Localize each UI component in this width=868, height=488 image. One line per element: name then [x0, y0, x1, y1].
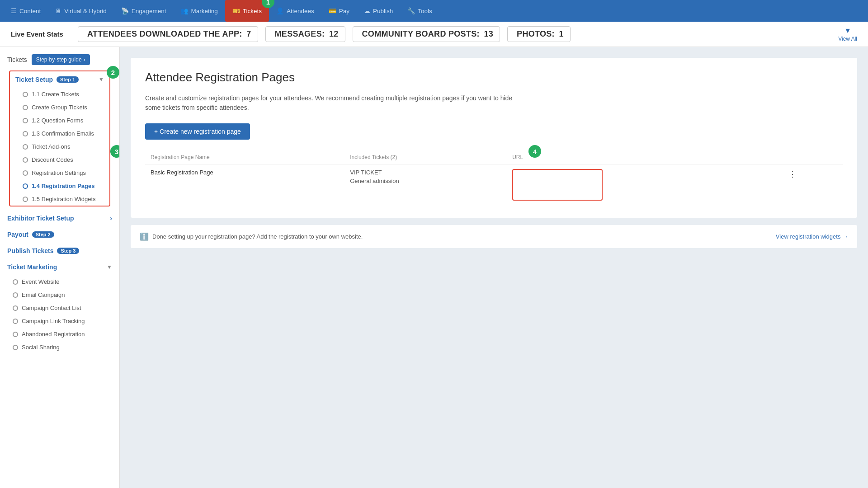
row-tickets: VIP TICKET General admission — [344, 164, 507, 206]
sidebar-item-event-website[interactable]: Event Website — [0, 275, 119, 288]
step-1-tag: Step 1 — [57, 76, 79, 83]
ticket-setup-section-wrap: Ticket Setup Step 1 ▼ 1.1 Create Tickets… — [5, 70, 115, 206]
ticket-marketing-chevron: ▼ — [107, 264, 112, 270]
nav-tools[interactable]: 🔧 Tools — [400, 0, 439, 22]
col-actions — [781, 150, 843, 164]
radio-campaign-contact-list — [13, 305, 18, 311]
registration-table-wrap: Registration Page Name Included Tickets … — [145, 150, 843, 205]
sidebar-item-social-sharing[interactable]: Social Sharing — [0, 341, 119, 354]
sidebar-exhibitor-ticket-setup[interactable]: Exhibitor Ticket Setup › — [0, 210, 119, 226]
content-icon: ☰ — [11, 7, 17, 14]
live-event-stats-bar: Live Event Stats ATTENDEES DOWNLOADED TH… — [0, 22, 868, 47]
ticket-setup-title: Ticket Setup Step 1 — [15, 76, 79, 83]
tools-icon: 🔧 — [407, 7, 415, 14]
sidebar-item-question-forms[interactable]: 1.2 Question Forms — [10, 114, 109, 127]
badge-4: 4 — [528, 145, 541, 158]
radio-social-sharing — [13, 345, 18, 350]
radio-registration-widgets — [23, 197, 28, 202]
row-actions: ⋮ — [781, 164, 843, 206]
pay-icon: 💳 — [329, 7, 336, 14]
sidebar-item-registration-settings[interactable]: Registration Settings — [10, 166, 109, 179]
info-icon: ℹ️ — [140, 232, 149, 241]
exhibitor-arrow-icon: › — [110, 215, 112, 222]
nav-engagement[interactable]: 📡 Engagement — [114, 0, 174, 22]
badge-2: 2 — [107, 66, 119, 79]
sidebar-item-discount-codes[interactable]: Discount Codes — [10, 153, 109, 166]
col-tickets: Included Tickets (2) — [344, 150, 507, 164]
col-name: Registration Page Name — [145, 150, 344, 164]
table-body: Basic Registration Page VIP TICKET Gener… — [145, 164, 843, 206]
nav-publish[interactable]: ☁ Publish — [357, 0, 400, 22]
nav-virtual-hybrid[interactable]: 🖥 Virtual & Hybrid — [48, 0, 114, 22]
row-name: Basic Registration Page — [145, 164, 344, 206]
main-layout: Tickets Step-by-step guide › Ticket Setu… — [0, 47, 868, 488]
sidebar-ticket-marketing-section: Ticket Marketing ▼ Event Website Email C… — [0, 259, 119, 354]
stat-photos: PHOTOS: 1 — [507, 26, 571, 42]
stat-app-downloads: ATTENDEES DOWNLOADED THE APP: 7 — [78, 26, 258, 42]
radio-email-campaign — [13, 292, 18, 298]
registration-pages-card: Attendee Registration Pages Create and c… — [131, 58, 857, 218]
sidebar-payout[interactable]: Payout Step 2 — [0, 226, 119, 243]
row-actions-button[interactable]: ⋮ — [787, 168, 798, 180]
nav-attendees[interactable]: 👤 Attendees — [269, 0, 321, 22]
radio-create-tickets — [23, 92, 28, 97]
step-2-tag: Step 2 — [32, 231, 54, 238]
sidebar-item-group-tickets[interactable]: Create Group Tickets — [10, 101, 109, 114]
page-description: Create and customize registration pages … — [145, 94, 516, 113]
sidebar-item-confirmation-emails[interactable]: 1.3 Confirmation Emails — [10, 127, 109, 140]
top-navigation: ☰ Content 🖥 Virtual & Hybrid 📡 Engagemen… — [0, 0, 868, 22]
table-header: Registration Page Name Included Tickets … — [145, 150, 843, 164]
nav-content[interactable]: ☰ Content — [4, 0, 48, 22]
step-by-step-guide-button[interactable]: Step-by-step guide › — [32, 54, 90, 65]
sidebar-header: Tickets Step-by-step guide › — [0, 54, 119, 70]
radio-confirmation-emails — [23, 131, 28, 136]
ticket-setup-chevron: ▼ — [99, 76, 104, 83]
ticket-setup-header[interactable]: Ticket Setup Step 1 ▼ — [10, 71, 109, 88]
chevron-down-icon: ▼ — [844, 27, 851, 35]
registration-table: Registration Page Name Included Tickets … — [145, 150, 843, 205]
step-3-tag: Step 3 — [57, 248, 79, 254]
stat-messages: MESSAGES: 12 — [265, 26, 345, 42]
radio-registration-pages — [23, 183, 28, 189]
engagement-icon: 📡 — [121, 7, 129, 14]
nav-marketing[interactable]: 👥 Marketing — [173, 0, 225, 22]
radio-ticket-addons — [23, 144, 28, 150]
info-bar: ℹ️ Done setting up your registration pag… — [131, 225, 857, 248]
ticket-setup-section: Ticket Setup Step 1 ▼ 1.1 Create Tickets… — [9, 70, 110, 206]
radio-registration-settings — [23, 170, 28, 176]
sidebar-item-registration-widgets[interactable]: 1.5 Registration Widgets — [10, 192, 109, 206]
content-area: Attendee Registration Pages Create and c… — [120, 47, 868, 488]
create-registration-page-button[interactable]: + Create new registration page — [145, 123, 250, 140]
view-all-button[interactable]: ▼ View All — [838, 27, 857, 42]
nav-pay[interactable]: 💳 Pay — [321, 0, 357, 22]
radio-event-website — [13, 279, 18, 285]
publish-icon: ☁ — [364, 7, 370, 14]
stats-title: Live Event Stats — [11, 30, 63, 38]
sidebar-item-ticket-addons[interactable]: Ticket Add-ons — [10, 140, 109, 153]
radio-question-forms — [23, 118, 28, 123]
marketing-icon: 👥 — [180, 7, 188, 14]
ticket-marketing-title: Ticket Marketing — [7, 263, 57, 271]
sidebar-item-campaign-contact-list[interactable]: Campaign Contact List — [0, 301, 119, 314]
ticket-setup-links: 1.1 Create Tickets Create Group Tickets … — [10, 88, 109, 206]
url-cell — [512, 169, 603, 201]
stat-community-posts: COMMUNITY BOARD POSTS: 13 — [353, 26, 500, 42]
ticket-marketing-header[interactable]: Ticket Marketing ▼ — [0, 259, 119, 275]
sidebar-item-abandoned-registration[interactable]: Abandoned Registration — [0, 328, 119, 341]
table-row: Basic Registration Page VIP TICKET Gener… — [145, 164, 843, 206]
sidebar-tickets-label[interactable]: Tickets — [7, 56, 27, 63]
radio-discount-codes — [23, 157, 28, 163]
attendees-icon: 👤 — [276, 7, 284, 14]
sidebar-item-create-tickets[interactable]: 1.1 Create Tickets — [10, 88, 109, 101]
sidebar-item-email-campaign[interactable]: Email Campaign — [0, 288, 119, 301]
sidebar-item-campaign-link-tracking[interactable]: Campaign Link Tracking — [0, 314, 119, 328]
virtual-icon: 🖥 — [55, 7, 61, 14]
sidebar-publish-tickets[interactable]: Publish Tickets Step 3 — [0, 243, 119, 259]
col-url: URL 4 — [507, 150, 781, 164]
tickets-icon: 🎫 — [232, 7, 240, 14]
view-registration-widgets-link[interactable]: View registration widgets → — [776, 233, 848, 240]
sidebar-item-registration-pages[interactable]: 1.4 Registration Pages — [10, 179, 109, 192]
info-text: ℹ️ Done setting up your registration pag… — [140, 232, 363, 241]
radio-campaign-link-tracking — [13, 319, 18, 324]
ticket-general: General admission — [350, 178, 501, 184]
